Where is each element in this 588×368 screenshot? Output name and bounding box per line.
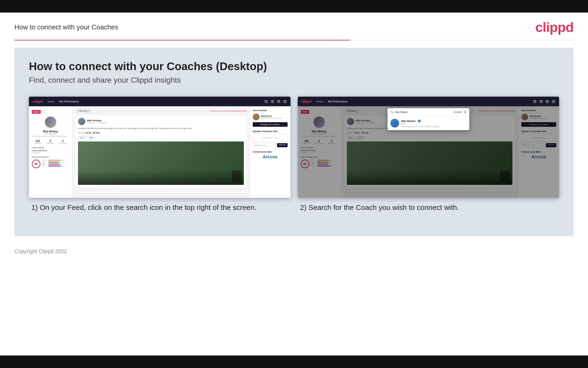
ss2-body: Feed Blair McHarg Plus Handicap Royal No… bbox=[298, 106, 559, 198]
ss2-close-button[interactable]: ✕ bbox=[464, 110, 466, 114]
ss2-search-icon[interactable] bbox=[533, 100, 536, 103]
ss1-following-btn[interactable]: Following ▾ bbox=[76, 109, 91, 113]
ss2-result-club: Sunningdale Golf Club, United Kingdom bbox=[402, 125, 440, 128]
ss1-trackman-link: Trackman Link bbox=[253, 134, 288, 142]
ss2-result-name: Dan Davies bbox=[402, 120, 416, 122]
copyright-text: Copyright Clippd 2022 bbox=[14, 248, 67, 254]
ss2-search-input-text[interactable]: Dan Davies bbox=[395, 111, 452, 113]
ss1-post: Blair McHarg Yesterday · Sunningdale Loo… bbox=[76, 115, 246, 187]
ss1-control-link[interactable]: Control who can see your activity and da… bbox=[210, 110, 246, 112]
page-title: How to connect with your Coaches bbox=[14, 23, 118, 31]
ss2-search-icon-sm: 🔍 bbox=[390, 110, 394, 114]
ss1-post-btns: OTT APP bbox=[78, 136, 244, 139]
screenshot-2-frame: clippd Home My Performance Feed bbox=[298, 97, 559, 198]
ss1-settings-icon[interactable] bbox=[277, 100, 281, 103]
ss2-search-header: 🔍 Dan Davies CLEAR ✕ bbox=[387, 108, 469, 116]
ss1-right-panel: Your Coaches David Ford Royal North Devo… bbox=[250, 106, 290, 198]
ss1-activities-stat: 131 Activities bbox=[35, 139, 41, 144]
ss1-trackman-input[interactable]: Trackman Link bbox=[253, 143, 276, 147]
ss2-search-overlay: 🔍 Dan Davies CLEAR ✕ Dan Davi bbox=[298, 106, 559, 198]
ss1-post-avatar bbox=[78, 118, 85, 125]
ss2-nav-logo: clippd bbox=[302, 100, 311, 103]
main-title: How to connect with your Coaches (Deskto… bbox=[29, 60, 559, 73]
ss1-arg-bar: ARG 86 bbox=[42, 163, 69, 165]
ss1-feed-tab: Feed bbox=[32, 110, 41, 114]
ss1-activity-date: 03 Aug 2022 bbox=[32, 152, 69, 154]
footer: Copyright Clippd 2022 bbox=[0, 243, 588, 259]
step2-desc: 2) Search for the Coach you wish to conn… bbox=[298, 198, 559, 212]
ss1-putt-bar: PUTT 96 bbox=[42, 165, 69, 167]
step1-desc: 1) On your Feed, click on the search ico… bbox=[29, 198, 290, 212]
ss2-result-avatar bbox=[390, 119, 399, 128]
ss2-user-icon[interactable] bbox=[539, 100, 543, 103]
ss1-post-body: Looking to feel like my hands are exitin… bbox=[78, 127, 244, 130]
ss2-nav-home: Home bbox=[316, 100, 323, 103]
ss1-user-icon[interactable] bbox=[271, 100, 274, 103]
ss1-app-bar: APP 85 bbox=[42, 161, 69, 163]
ss1-coach-info: David Ford Royal North Devon Golf Club bbox=[261, 115, 282, 119]
ss1-profile-club: Royal North Devon Golf Club, United King… bbox=[32, 135, 69, 137]
ss2-nav-myperformance: My Performance bbox=[328, 100, 348, 103]
ss1-coach-item: David Ford Royal North Devon Golf Club bbox=[253, 113, 288, 120]
ss1-middle-panel: Following ▾ Control who can see your act… bbox=[72, 106, 250, 198]
ss1-nav: clippd Home My Performance bbox=[29, 97, 290, 106]
ss1-following-row: Following ▾ Control who can see your act… bbox=[76, 109, 246, 113]
ss2-search-box: 🔍 Dan Davies CLEAR ✕ Dan Davi bbox=[387, 108, 469, 130]
ss1-duration: Duration 01 hr : 30 min bbox=[78, 132, 244, 134]
ss1-nav-icons bbox=[264, 100, 287, 103]
ss2-result-role: Pro bbox=[402, 123, 440, 125]
ss1-off-btn[interactable]: OTT bbox=[78, 136, 86, 139]
ss2-avatar-icon[interactable] bbox=[552, 100, 555, 103]
ss1-ott-bar: OTT 90 bbox=[42, 159, 69, 161]
ss1-coach-club: Royal North Devon Golf Club bbox=[261, 117, 282, 119]
header-divider bbox=[14, 40, 574, 40]
ss1-profile-handicap: Plus Handicap bbox=[32, 133, 69, 135]
ss1-add-btn[interactable]: Add Link bbox=[277, 143, 287, 147]
top-bar bbox=[0, 0, 588, 12]
bottom-bar bbox=[0, 356, 588, 368]
ss1-profile-name: Blair McHarg bbox=[32, 130, 69, 133]
ss1-arccos-brand: Arccos bbox=[253, 155, 288, 159]
ss1-following-stat: 4 Following bbox=[59, 139, 66, 144]
ss1-trackman-input-row: Trackman Link Add Link bbox=[253, 143, 288, 147]
ss1-connect-title: Connect your data bbox=[253, 151, 288, 153]
ss2-search-input-area: 🔍 Dan Davies bbox=[390, 110, 452, 114]
ss1-nav-home: Home bbox=[47, 100, 54, 103]
ss1-search-icon[interactable] bbox=[264, 100, 268, 103]
ss2-search-result[interactable]: Dan Davies Pro Sunningdale Golf Club, Un… bbox=[387, 116, 469, 130]
ss1-manage-btn[interactable]: Manage Your Coaches bbox=[253, 122, 288, 127]
main-content: How to connect with your Coaches (Deskto… bbox=[14, 48, 574, 236]
ss1-activity-name: Lesson with Fordy bbox=[32, 150, 69, 151]
ss2-clear-button[interactable]: CLEAR bbox=[454, 111, 462, 113]
ss1-trackman-title: Upload a Trackman Test bbox=[253, 130, 288, 133]
ss1-coach-name: David Ford bbox=[261, 115, 282, 117]
main-subtitle: Find, connect and share your Clippd insi… bbox=[29, 76, 559, 85]
step2-text: 2) Search for the Coach you wish to conn… bbox=[300, 203, 557, 212]
screenshot-2-block: clippd Home My Performance Feed bbox=[298, 97, 559, 212]
ss1-profile-avatar bbox=[44, 116, 57, 128]
ss1-player-perf-label: Player Performance bbox=[32, 156, 69, 158]
ss1-post-header: Blair McHarg Yesterday · Sunningdale bbox=[78, 118, 244, 125]
ss2-result-verified-icon bbox=[418, 120, 421, 122]
ss1-nav-myperformance: My Performance bbox=[60, 100, 79, 103]
screenshot-1-block: clippd Home My Performance Feed bbox=[29, 97, 290, 212]
ss2-nav-icons bbox=[533, 100, 555, 103]
header: How to connect with your Coaches clippd bbox=[0, 12, 588, 40]
ss1-nav-logo: clippd bbox=[33, 100, 43, 103]
ss1-post-meta: Blair McHarg Yesterday · Sunningdale bbox=[87, 119, 107, 124]
ss1-score-circle: 92 bbox=[32, 159, 40, 168]
ss1-coach-avatar bbox=[253, 113, 259, 120]
ss2-settings-icon[interactable] bbox=[546, 100, 549, 103]
ss2-nav: clippd Home My Performance bbox=[298, 97, 559, 106]
ss1-followers-stat: 3 Followers bbox=[47, 139, 54, 144]
ss1-body: Feed Blair McHarg Plus Handicap Royal No… bbox=[29, 106, 290, 198]
ss1-avatar-icon[interactable] bbox=[283, 100, 287, 103]
clippd-logo: clippd bbox=[535, 19, 574, 35]
ss2-result-info: Dan Davies Pro Sunningdale Golf Club, Un… bbox=[402, 119, 440, 128]
ss1-app-btn[interactable]: APP bbox=[87, 136, 95, 139]
ss1-coaches-title: Your Coaches bbox=[253, 109, 288, 111]
screenshots-row: clippd Home My Performance Feed bbox=[29, 97, 559, 212]
ss1-stats: 131 Activities 3 Followers 4 Following bbox=[32, 139, 69, 144]
ss2-result-name-row: Dan Davies bbox=[402, 119, 440, 123]
ss1-left-panel: Feed Blair McHarg Plus Handicap Royal No… bbox=[29, 106, 72, 198]
